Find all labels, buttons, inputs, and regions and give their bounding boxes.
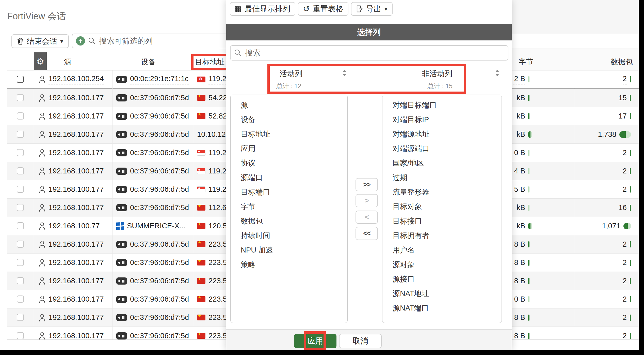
- row-checkbox[interactable]: [17, 149, 24, 156]
- search-input[interactable]: [99, 36, 226, 46]
- active-columns-header[interactable]: 活动列: [280, 69, 302, 79]
- inactive-column-item[interactable]: 对端目标端口: [382, 98, 502, 112]
- sort-icon[interactable]: [495, 69, 499, 77]
- destination-ip[interactable]: 223.5: [208, 313, 227, 322]
- apply-button[interactable]: 应用: [294, 334, 336, 348]
- source-ip[interactable]: 192.168.100.177: [49, 185, 104, 194]
- add-filter-icon[interactable]: +: [76, 36, 85, 46]
- device-id[interactable]: 00:0c:29:1e:71:1c: [130, 75, 189, 84]
- active-column-item[interactable]: 目标端口: [231, 185, 347, 199]
- inactive-column-item[interactable]: 源接口: [382, 272, 502, 286]
- reset-table-button[interactable]: ↺ 重置表格: [298, 2, 348, 16]
- row-checkbox[interactable]: [17, 241, 24, 248]
- transfer-button[interactable]: >>: [356, 178, 378, 191]
- source-ip[interactable]: 192.168.100.77: [49, 222, 100, 230]
- column-header-source[interactable]: 源: [64, 57, 71, 67]
- inactive-column-item[interactable]: 源NAT地址: [382, 286, 502, 301]
- best-fit-columns-button[interactable]: 最佳显示排列: [230, 2, 295, 16]
- row-checkbox[interactable]: [17, 186, 24, 193]
- row-checkbox[interactable]: [17, 204, 24, 211]
- row-checkbox[interactable]: [17, 277, 24, 284]
- inactive-column-item[interactable]: 国家/地区: [382, 156, 502, 170]
- inactive-column-item[interactable]: 源对象: [382, 257, 502, 272]
- transfer-button[interactable]: <: [356, 211, 378, 224]
- destination-ip[interactable]: 223.5: [208, 295, 227, 303]
- end-session-button[interactable]: 结束会话 ▾: [11, 34, 69, 48]
- source-ip[interactable]: 192.168.100.177: [49, 112, 104, 120]
- row-checkbox[interactable]: [17, 94, 24, 101]
- inactive-column-item[interactable]: 目标拥有者: [382, 228, 502, 243]
- dialog-search[interactable]: [230, 45, 508, 61]
- active-column-item[interactable]: NPU 加速: [231, 243, 347, 257]
- device-id[interactable]: 0c:37:96:06:d7:5d: [130, 313, 189, 322]
- column-header-bytes[interactable]: 字节: [519, 57, 533, 67]
- source-ip[interactable]: 192.168.100.177: [49, 94, 104, 102]
- cancel-button[interactable]: 取消: [339, 334, 382, 348]
- inactive-column-item[interactable]: 目标接口: [382, 214, 502, 228]
- inactive-column-item[interactable]: 对端源端口: [382, 141, 502, 156]
- source-ip[interactable]: 192.168.100.177: [49, 332, 104, 339]
- source-ip[interactable]: 192.168.100.177: [49, 149, 104, 157]
- active-column-item[interactable]: 目标地址: [231, 127, 347, 141]
- inactive-columns-header[interactable]: 非活动列: [422, 69, 452, 79]
- column-header-destination[interactable]: 目标地址: [195, 57, 224, 67]
- column-header-device[interactable]: 设备: [141, 57, 156, 67]
- destination-ip[interactable]: 223.5: [208, 277, 227, 285]
- destination-ip[interactable]: 119.2: [208, 167, 226, 175]
- inactive-column-item[interactable]: 用户名: [382, 243, 502, 257]
- device-id[interactable]: SUMMERICE-X...: [127, 222, 185, 230]
- row-checkbox[interactable]: [17, 76, 24, 83]
- active-column-item[interactable]: 源端口: [231, 170, 347, 185]
- transfer-button[interactable]: >: [356, 194, 378, 207]
- destination-ip[interactable]: 119.2: [208, 75, 226, 84]
- device-id[interactable]: 0c:37:96:06:d7:5d: [130, 149, 189, 157]
- active-column-item[interactable]: 设备: [231, 112, 347, 127]
- row-checkbox[interactable]: [17, 222, 24, 229]
- inactive-column-item[interactable]: 源NAT端口: [382, 301, 502, 315]
- device-id[interactable]: 0c:37:96:06:d7:5d: [130, 295, 189, 303]
- device-id[interactable]: 0c:37:96:06:d7:5d: [130, 332, 189, 339]
- column-filter-search[interactable]: +: [72, 34, 230, 48]
- destination-ip[interactable]: 119.2: [208, 149, 226, 157]
- device-id[interactable]: 0c:37:96:06:d7:5d: [130, 112, 189, 120]
- source-ip[interactable]: 192.168.100.177: [49, 167, 104, 175]
- active-column-item[interactable]: 源: [231, 98, 347, 112]
- device-id[interactable]: 0c:37:96:06:d7:5d: [130, 185, 189, 194]
- source-ip[interactable]: 192.168.100.177: [49, 295, 104, 303]
- destination-ip[interactable]: 223.5: [208, 240, 227, 248]
- transfer-button[interactable]: <<: [356, 227, 378, 240]
- source-ip[interactable]: 192.168.100.177: [49, 313, 104, 322]
- export-button[interactable]: 导出 ▾: [351, 2, 393, 16]
- inactive-column-item[interactable]: 流量整形器: [382, 185, 502, 199]
- row-checkbox[interactable]: [17, 259, 24, 266]
- device-id[interactable]: 0c:37:96:06:d7:5d: [130, 203, 189, 212]
- destination-ip[interactable]: 223.5: [208, 332, 227, 339]
- source-ip[interactable]: 192.168.100.177: [49, 258, 104, 267]
- row-checkbox[interactable]: [17, 112, 24, 120]
- inactive-column-item[interactable]: 目标对象: [382, 199, 502, 214]
- destination-ip[interactable]: 112.6: [208, 203, 226, 212]
- destination-ip[interactable]: 10.10.12: [197, 130, 226, 139]
- device-id[interactable]: 0c:37:96:06:d7:5d: [130, 130, 189, 139]
- row-checkbox[interactable]: [17, 295, 24, 303]
- row-checkbox[interactable]: [17, 167, 24, 174]
- active-column-item[interactable]: 协议: [231, 156, 347, 170]
- active-column-item[interactable]: 数据包: [231, 214, 347, 228]
- column-header-packets[interactable]: 数据包: [611, 57, 633, 67]
- destination-ip[interactable]: 52.82: [208, 112, 227, 120]
- device-id[interactable]: 0c:37:96:06:d7:5d: [130, 94, 189, 102]
- destination-ip[interactable]: 120.5: [208, 222, 227, 230]
- device-id[interactable]: 0c:37:96:06:d7:5d: [130, 258, 189, 267]
- row-checkbox[interactable]: [17, 332, 24, 339]
- inactive-column-item[interactable]: 过期: [382, 170, 502, 185]
- destination-ip[interactable]: 223.5: [208, 258, 227, 267]
- row-checkbox[interactable]: [17, 131, 24, 138]
- destination-ip[interactable]: 119.2: [208, 185, 226, 194]
- source-ip[interactable]: 192.168.100.177: [49, 277, 104, 285]
- inactive-column-item[interactable]: 对端目标IP: [382, 112, 502, 127]
- inactive-column-item[interactable]: 对端源地址: [382, 127, 502, 141]
- active-column-item[interactable]: 应用: [231, 141, 347, 156]
- active-column-item[interactable]: 字节: [231, 199, 347, 214]
- device-id[interactable]: 0c:37:96:06:d7:5d: [130, 277, 189, 285]
- device-id[interactable]: 0c:37:96:06:d7:5d: [130, 240, 189, 248]
